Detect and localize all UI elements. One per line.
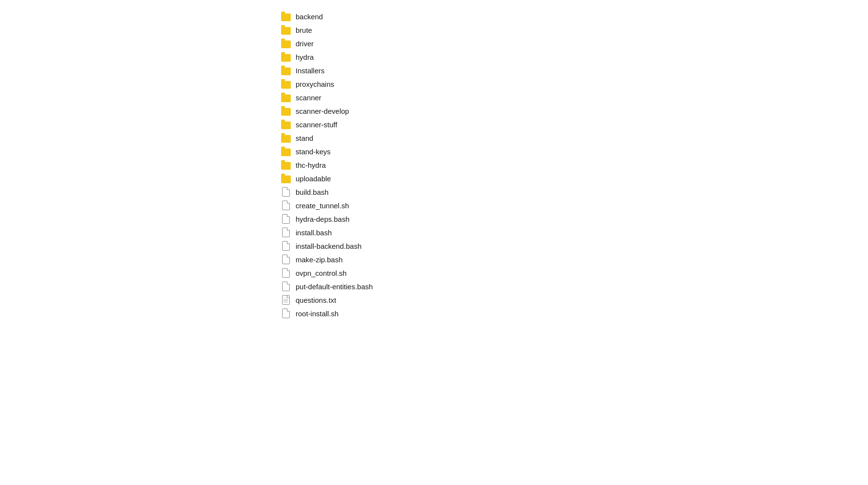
folder-icon <box>281 52 291 62</box>
item-name: ovpn_control.sh <box>296 269 347 277</box>
item-name: thc-hydra <box>296 161 326 169</box>
item-name: create_tunnel.sh <box>296 202 349 210</box>
list-item[interactable]: ovpn_control.sh <box>277 266 398 280</box>
folder-icon <box>281 66 291 75</box>
list-item[interactable]: hydra <box>277 50 398 64</box>
item-name: Installers <box>296 67 325 75</box>
file-icon <box>281 282 291 291</box>
item-name: scanner-develop <box>296 107 349 115</box>
list-item[interactable]: backend <box>277 10 398 23</box>
folder-icon <box>281 12 291 21</box>
list-item[interactable]: stand <box>277 131 398 145</box>
item-name: driver <box>296 40 314 48</box>
list-item[interactable]: proxychains <box>277 77 398 91</box>
item-name: scanner <box>296 94 321 102</box>
file-list: backend brute driver hydra Installers pr… <box>0 0 868 330</box>
file-icon <box>281 214 291 224</box>
item-name: questions.txt <box>296 296 336 304</box>
file-icon <box>281 187 291 197</box>
list-item[interactable]: Installers <box>277 64 398 77</box>
file-icon <box>281 309 291 318</box>
folder-icon <box>281 25 291 35</box>
item-name: make-zip.bash <box>296 256 343 264</box>
file-icon <box>281 241 291 251</box>
list-item[interactable]: install-backend.bash <box>277 239 398 253</box>
list-item[interactable]: make-zip.bash <box>277 253 398 266</box>
item-name: root-install.sh <box>296 310 339 318</box>
file-icon <box>281 255 291 264</box>
folder-icon <box>281 93 291 102</box>
list-item[interactable]: thc-hydra <box>277 158 398 172</box>
folder-icon <box>281 133 291 143</box>
list-item[interactable]: questions.txt <box>277 293 398 307</box>
folder-icon <box>281 147 291 156</box>
item-name: hydra <box>296 53 314 61</box>
list-item[interactable]: driver <box>277 37 398 50</box>
list-item[interactable]: build.bash <box>277 185 398 199</box>
list-item[interactable]: install.bash <box>277 226 398 239</box>
folder-icon <box>281 39 291 48</box>
file-icon <box>281 268 291 278</box>
item-name: scanner-stuff <box>296 121 337 129</box>
list-item[interactable]: put-default-entities.bash <box>277 280 398 293</box>
item-name: stand <box>296 134 313 142</box>
folder-icon <box>281 174 291 183</box>
file-icon <box>281 295 291 305</box>
list-item[interactable]: scanner <box>277 91 398 104</box>
file-icon <box>281 201 291 210</box>
list-item[interactable]: root-install.sh <box>277 307 398 320</box>
list-item[interactable]: stand-keys <box>277 145 398 158</box>
list-item[interactable]: create_tunnel.sh <box>277 199 398 212</box>
list-item[interactable]: brute <box>277 23 398 37</box>
item-name: proxychains <box>296 80 334 88</box>
list-item[interactable]: scanner-stuff <box>277 118 398 131</box>
list-item[interactable]: scanner-develop <box>277 104 398 118</box>
item-name: install.bash <box>296 229 332 237</box>
folder-icon <box>281 106 291 116</box>
folder-icon <box>281 160 291 170</box>
item-name: stand-keys <box>296 148 331 156</box>
item-name: hydra-deps.bash <box>296 215 350 223</box>
list-item[interactable]: hydra-deps.bash <box>277 212 398 226</box>
item-name: brute <box>296 26 312 34</box>
item-name: put-default-entities.bash <box>296 283 373 291</box>
item-name: uploadable <box>296 175 331 183</box>
folder-icon <box>281 120 291 129</box>
folder-icon <box>281 79 291 89</box>
item-name: build.bash <box>296 188 328 196</box>
list-item[interactable]: uploadable <box>277 172 398 185</box>
item-name: backend <box>296 13 323 21</box>
file-icon <box>281 228 291 237</box>
item-name: install-backend.bash <box>296 242 362 250</box>
